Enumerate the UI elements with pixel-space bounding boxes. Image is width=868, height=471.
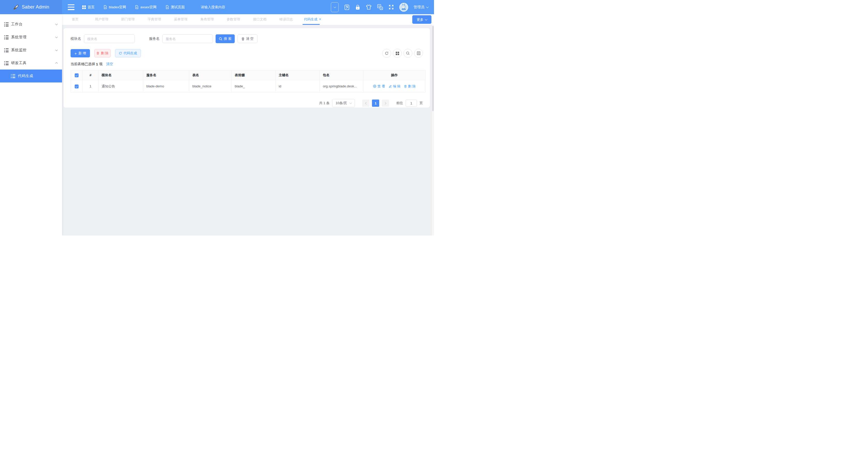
goto-page-input[interactable] [406,99,417,107]
density-button[interactable] [414,49,423,58]
top-nav-label: avuex官网 [141,5,157,9]
refresh-button[interactable] [382,49,391,58]
tab-home[interactable]: 首页 [62,14,88,25]
select-all-checkbox[interactable] [75,73,79,77]
col-table-prefix: 表前缀 [231,70,276,80]
top-nav: 首页 bladex官网 avuex官 [82,5,185,9]
user-avatar[interactable] [399,3,408,12]
fullscreen-icon[interactable] [389,4,394,10]
service-name-input[interactable] [162,34,213,43]
page-size-select[interactable]: 10条/页 [332,99,355,107]
codegen-button-label: 代码生成 [124,51,137,56]
search-icon [219,37,222,40]
prev-page-button[interactable] [362,99,369,107]
app-window: Saber Admin 首页 [0,0,434,236]
clear-button-label: 清 空 [246,36,254,41]
cell-service: blade-demo [143,80,189,93]
row-checkbox[interactable] [75,85,79,88]
service-name-label: 服务名 [149,36,160,41]
lock-icon[interactable] [355,4,360,10]
col-index: # [83,70,98,80]
tab-label: 代码生成 [304,17,317,21]
tab-api-docs[interactable]: 接口文档 [247,14,273,25]
tab-dict-management[interactable]: 字典管理 [141,14,167,25]
sidebar-item-label: 研发工具 [11,61,27,65]
chevron-up-icon [55,62,58,65]
selection-suffix: 项 [99,62,103,66]
add-button[interactable]: + 新 增 [70,49,90,57]
sidebar-item-code-generation[interactable]: 代码生成 [0,69,62,83]
top-nav-home[interactable]: 首页 [82,5,95,9]
search-toggle-button[interactable] [403,49,412,58]
content-card: 模块名 服务名 搜 索 清 空 + 新 增 删 除 [64,28,430,107]
top-nav-avuex[interactable]: avuex官网 [135,5,157,9]
selection-count: 1 [96,62,98,66]
tab-role-management[interactable]: 角色管理 [194,14,220,25]
clear-button[interactable]: 清 空 [238,34,257,43]
view-link[interactable]: 查 看 [373,84,385,89]
table-header-row: # 模块名 服务名 表名 表前缀 主键名 包名 操作 [71,70,426,80]
chevron-down-icon [55,49,58,51]
tab-code-generation[interactable]: 代码生成× [299,14,326,25]
sidebar-item-system-management[interactable]: 系统管理 [0,31,62,44]
document-icon [165,5,169,9]
trash-icon [241,37,245,40]
sidebar-item-workbench[interactable]: 工作台 [0,18,62,31]
translate-icon[interactable]: 中 A [377,4,383,10]
delete-button-label: 删 除 [101,51,108,56]
page-1-button[interactable]: 1 [372,99,379,107]
selection-text: 当前表格已选择 [70,62,95,66]
delete-link[interactable]: 删 除 [404,84,416,89]
grid-icon [396,52,399,55]
cell-index: 1 [83,80,98,93]
close-tab-icon[interactable]: × [319,17,321,21]
codegen-button[interactable]: 代码生成 [115,49,141,57]
list-icon [4,48,8,52]
next-page-button[interactable] [382,99,389,107]
chevron-down-icon [349,102,352,104]
module-name-label: 模块名 [70,36,81,41]
view-icon [373,85,376,88]
search-button-label: 搜 索 [224,36,231,41]
top-nav-bladex[interactable]: bladex官网 [103,5,126,9]
pagination: 共 1 条 10条/页 1 前往 页 [70,99,423,107]
tab-user-management[interactable]: 用户管理 [88,14,115,25]
edit-link[interactable]: 编 辑 [389,84,401,89]
active-tab-underline [303,24,320,25]
module-name-input[interactable] [84,34,135,43]
top-nav-label: 测试页面 [171,5,185,9]
table-toolbar: + 新 增 删 除 代码生成 [70,49,423,58]
clear-selection-link[interactable]: 清空 [106,62,113,66]
sidebar-item-system-monitor[interactable]: 系统监控 [0,44,62,57]
view-label: 查 看 [377,84,385,89]
top-nav-test-page[interactable]: 测试页面 [165,5,185,9]
collapse-menu-icon[interactable] [68,4,74,10]
column-settings-button[interactable] [393,49,402,58]
col-service: 服务名 [143,70,189,80]
user-menu[interactable]: 管理员 [413,5,428,9]
debug-tools-icon[interactable] [344,4,350,10]
cell-module: 通知公告 [98,80,143,93]
list-icon [4,23,8,26]
header-right-tools: 中 A [331,2,428,12]
tab-error-log[interactable]: 错误日志 [273,14,299,25]
tab-menu-management[interactable]: 菜单管理 [167,14,194,25]
tab-dept-management[interactable]: 部门管理 [115,14,141,25]
logo[interactable]: Saber Admin [0,0,62,14]
global-search-input[interactable] [201,5,258,9]
search-form: 模块名 服务名 搜 索 清 空 [70,34,423,43]
page-scrollbar[interactable] [432,25,434,236]
table-row[interactable]: 1 通知公告 blade-demo blade_notice blade_ id… [71,80,426,93]
selection-bar: 当前表格已选择 1 项 清空 [70,62,423,66]
theme-shirt-icon[interactable] [366,4,372,10]
delete-button[interactable]: 删 除 [94,49,111,57]
list-icon [4,35,8,39]
more-tabs-button[interactable]: 更多 [412,15,431,24]
search-button[interactable]: 搜 索 [216,34,235,43]
top-menu-toggle-icon[interactable] [331,2,339,12]
chevron-down-icon [426,5,429,8]
tab-param-management[interactable]: 参数管理 [220,14,247,25]
scrollbar-thumb[interactable] [432,26,434,111]
sidebar-item-dev-tools[interactable]: 研发工具 [0,57,62,69]
edit-label: 编 辑 [393,84,401,89]
